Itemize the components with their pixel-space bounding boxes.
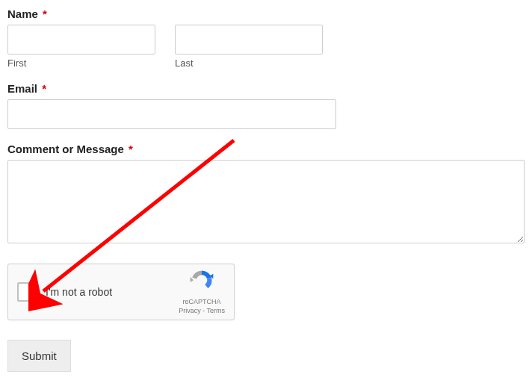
required-mark: * (42, 82, 46, 95)
first-name-col: First (7, 25, 155, 69)
recaptcha-links: Privacy - Terms (179, 307, 225, 316)
email-label-text: Email (7, 82, 37, 95)
first-name-input[interactable] (7, 25, 155, 55)
recaptcha-icon (189, 268, 214, 293)
message-textarea[interactable] (7, 160, 525, 243)
recaptcha-branding: reCAPTCHA Privacy - Terms (179, 268, 225, 315)
message-label-text: Comment or Message (7, 143, 124, 155)
recaptcha-widget: I'm not a robot reCAPTCHA Privacy - Term… (7, 264, 235, 320)
message-label: Comment or Message * (7, 143, 525, 155)
recaptcha-separator: - (201, 307, 207, 314)
name-field: Name * First Last (7, 7, 525, 69)
required-mark: * (43, 7, 47, 20)
name-row: First Last (7, 25, 525, 69)
email-label: Email * (7, 82, 525, 95)
required-mark: * (129, 143, 133, 155)
email-input[interactable] (7, 99, 336, 129)
last-name-col: Last (175, 25, 323, 69)
recaptcha-brand-text: reCAPTCHA (179, 298, 225, 307)
first-name-sublabel: First (7, 57, 155, 69)
recaptcha-privacy-link[interactable]: Privacy (179, 307, 201, 314)
email-field: Email * (7, 82, 525, 129)
name-label-text: Name (7, 7, 38, 20)
last-name-sublabel: Last (175, 57, 323, 69)
recaptcha-label: I'm not a robot (46, 286, 179, 298)
submit-button[interactable]: Submit (7, 340, 71, 372)
name-label: Name * (7, 7, 525, 20)
last-name-input[interactable] (175, 25, 323, 55)
recaptcha-checkbox[interactable] (17, 282, 37, 302)
message-field: Comment or Message * (7, 143, 525, 246)
recaptcha-terms-link[interactable]: Terms (207, 307, 226, 314)
